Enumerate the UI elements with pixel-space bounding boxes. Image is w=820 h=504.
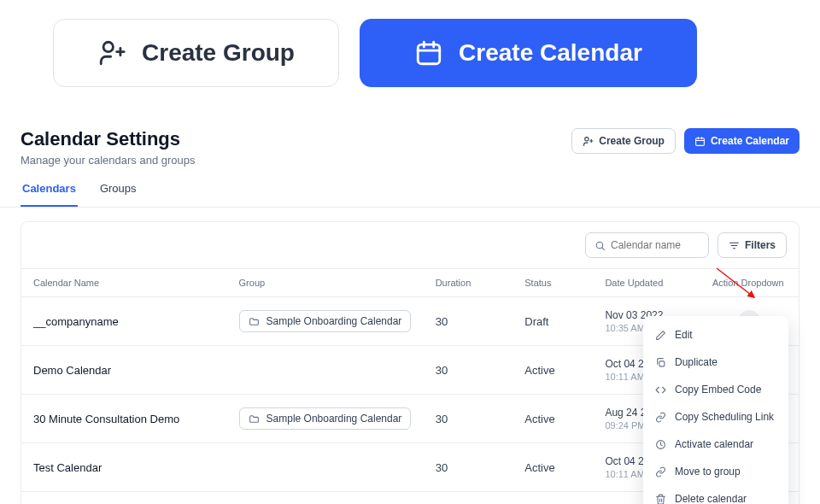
create-group-button-label: Create Group — [142, 39, 295, 67]
cell-group: Sample Onboarding Calendar — [227, 297, 424, 346]
create-group-label: Create Group — [599, 135, 665, 147]
tab-calendars[interactable]: Calendars — [20, 182, 78, 207]
calendar-icon — [694, 136, 706, 147]
dropdown-activate[interactable]: Activate calendar — [643, 431, 788, 458]
action-dropdown: Edit Duplicate Copy Embed Code Copy Sche… — [643, 316, 788, 504]
create-calendar-button-large[interactable]: Create Calendar — [360, 19, 697, 87]
link-icon — [655, 466, 666, 478]
cell-status: Active — [512, 346, 593, 395]
page-title: Calendar Settings — [20, 128, 196, 150]
cell-duration: 30 — [424, 297, 513, 346]
group-chip[interactable]: Sample Onboarding Calendar — [239, 310, 412, 332]
col-updated: Date Updated — [593, 269, 700, 297]
create-calendar-label: Create Calendar — [711, 135, 789, 147]
dropdown-edit-label: Edit — [675, 329, 693, 341]
dropdown-move[interactable]: Move to group — [643, 458, 788, 485]
svg-rect-23 — [659, 360, 665, 366]
page-subtitle: Manage your calendars and groups — [20, 154, 196, 167]
cell-name: __companyname — [21, 297, 227, 346]
link-icon — [655, 412, 666, 423]
filters-label: Filters — [745, 239, 776, 251]
calendars-panel: Filters Calendar Name Group Duration Sta… — [20, 221, 800, 504]
dropdown-embed-label: Copy Embed Code — [675, 384, 761, 396]
cell-name: 30 Minute Consultation Demo — [21, 395, 227, 443]
pencil-icon — [655, 330, 666, 341]
col-action: Action Dropdown — [700, 269, 799, 297]
create-calendar-button[interactable]: Create Calendar — [684, 128, 800, 154]
folder-icon — [249, 413, 260, 425]
col-duration: Duration — [424, 269, 513, 297]
clock-icon — [655, 439, 666, 450]
create-calendar-button-label: Create Calendar — [459, 39, 642, 67]
dropdown-link-label: Copy Scheduling Link — [675, 411, 774, 423]
col-group: Group — [227, 269, 424, 297]
dropdown-duplicate[interactable]: Duplicate — [643, 349, 788, 376]
filter-icon — [729, 240, 740, 251]
tabs: Calendars Groups — [0, 170, 820, 208]
create-group-button[interactable]: Create Group — [571, 128, 676, 154]
dropdown-copy-embed[interactable]: Copy Embed Code — [643, 376, 788, 403]
svg-point-7 — [585, 137, 589, 140]
cell-duration: 30 — [424, 395, 513, 443]
svg-line-16 — [602, 247, 604, 249]
search-input[interactable] — [611, 239, 700, 251]
dropdown-activate-label: Activate calendar — [675, 438, 753, 450]
cell-group — [227, 346, 424, 395]
cell-status: Active — [512, 443, 593, 492]
dropdown-move-label: Move to group — [675, 466, 741, 478]
cell-duration: 30 — [424, 346, 513, 395]
dropdown-duplicate-label: Duplicate — [675, 356, 718, 368]
tab-groups[interactable]: Groups — [98, 182, 138, 207]
code-icon — [655, 384, 666, 396]
svg-rect-10 — [696, 138, 705, 145]
cell-status: Draft — [512, 297, 593, 346]
create-group-button-large[interactable]: Create Group — [53, 19, 339, 87]
dropdown-copy-link[interactable]: Copy Scheduling Link — [643, 403, 788, 431]
dropdown-delete-label: Delete calendar — [675, 493, 747, 504]
search-box[interactable] — [585, 232, 709, 258]
cell-group — [227, 443, 424, 492]
dropdown-delete[interactable]: Delete calendar — [643, 485, 788, 504]
user-plus-icon — [583, 136, 594, 147]
copy-icon — [655, 357, 666, 368]
calendar-icon — [414, 38, 443, 67]
user-plus-icon — [97, 38, 126, 67]
col-name: Calendar Name — [21, 269, 227, 297]
svg-point-0 — [103, 42, 113, 51]
group-chip-label: Sample Onboarding Calendar — [266, 315, 402, 327]
tab-calendars-label: Calendars — [22, 182, 76, 195]
svg-rect-3 — [418, 44, 440, 64]
search-icon — [594, 240, 606, 251]
trash-icon — [655, 494, 666, 505]
cell-status: Active — [512, 395, 593, 443]
cell-name: Demo Calendar — [21, 346, 227, 395]
folder-icon — [249, 316, 260, 327]
filters-button[interactable]: Filters — [718, 232, 787, 258]
cell-group: Sample Onboarding Calendar — [227, 395, 424, 443]
cell-duration: 30 — [424, 443, 513, 492]
cell-name: Test Calendar — [21, 443, 227, 492]
tab-groups-label: Groups — [100, 182, 137, 195]
dropdown-edit[interactable]: Edit — [643, 321, 788, 349]
group-chip-label: Sample Onboarding Calendar — [266, 413, 402, 425]
col-status: Status — [512, 269, 593, 297]
group-chip[interactable]: Sample Onboarding Calendar — [239, 407, 412, 430]
